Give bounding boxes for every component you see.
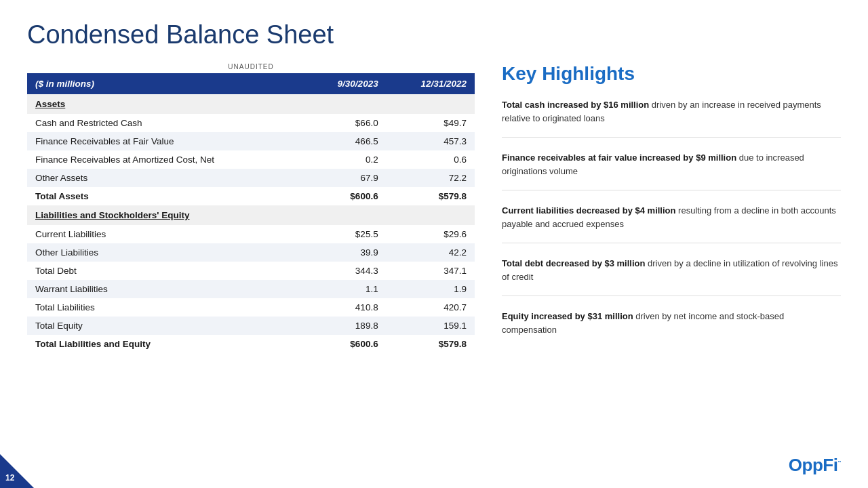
row-label: Other Assets	[27, 169, 305, 187]
highlight-item: Equity increased by $31 million driven b…	[502, 310, 841, 348]
highlight-bold: Finance receivables at fair value increa…	[502, 152, 736, 163]
table-row: Current Liabilities$25.5$29.6	[27, 225, 475, 243]
row-col2: 159.1	[387, 317, 475, 335]
table-row: Finance Receivables at Fair Value466.545…	[27, 132, 475, 150]
row-label: Total Debt	[27, 262, 305, 280]
row-col2: 1.9	[387, 280, 475, 298]
row-label: Warrant Liabilities	[27, 280, 305, 298]
left-panel: UNAUDITED ($ in millions) 9/30/2023 12/3…	[27, 63, 475, 474]
table-row: Total Assets$600.6$579.8	[27, 187, 475, 205]
row-col2: $579.8	[387, 187, 475, 205]
row-label: Total Liabilities	[27, 298, 305, 317]
section-name: Assets	[27, 94, 475, 114]
logo-text: OppFi	[789, 455, 838, 475]
highlight-item: Total cash increased by $16 million driv…	[502, 98, 841, 138]
header-col1: 9/30/2023	[305, 73, 387, 94]
header-col2: 12/31/2022	[387, 73, 475, 94]
table-row: Total Liabilities410.8420.7	[27, 298, 475, 317]
row-label: Finance Receivables at Amortized Cost, N…	[27, 150, 305, 169]
section-name: Liabilities and Stockholders' Equity	[27, 205, 475, 225]
row-col1: 0.2	[305, 150, 387, 169]
table-row: Finance Receivables at Amortized Cost, N…	[27, 150, 475, 169]
highlight-bold: Equity increased by $31 million	[502, 311, 633, 321]
row-col2: 347.1	[387, 262, 475, 280]
section-header-row: Assets	[27, 94, 475, 114]
row-label: Total Equity	[27, 317, 305, 335]
page-number-text: 12	[5, 473, 14, 483]
row-col2: $29.6	[387, 225, 475, 243]
row-col1: 67.9	[305, 169, 387, 187]
highlight-item: Finance receivables at fair value increa…	[502, 151, 841, 190]
row-col1: $25.5	[305, 225, 387, 243]
row-label: Finance Receivables at Fair Value	[27, 132, 305, 150]
row-label: Current Liabilities	[27, 225, 305, 243]
row-col1: 39.9	[305, 243, 387, 262]
row-col2: 457.3	[387, 132, 475, 150]
content-area: UNAUDITED ($ in millions) 9/30/2023 12/3…	[27, 63, 841, 474]
highlight-bold: Total debt decreased by $3 million	[502, 258, 645, 268]
row-col1: 1.1	[305, 280, 387, 298]
row-col2: 0.6	[387, 150, 475, 169]
table-row: Total Debt344.3347.1	[27, 262, 475, 280]
right-panel: Key Highlights Total cash increased by $…	[495, 63, 841, 474]
highlight-item: Current liabilities decreased by $4 mill…	[502, 204, 841, 243]
highlight-bold: Total cash increased by $16 million	[502, 100, 649, 110]
row-col2: $579.8	[387, 335, 475, 353]
page-container: Condensed Balance Sheet UNAUDITED ($ in …	[0, 0, 868, 488]
oppfi-logo: OppFi··	[789, 455, 841, 476]
row-col1: 189.8	[305, 317, 387, 335]
row-col2: 42.2	[387, 243, 475, 262]
logo-dots: ··	[837, 458, 841, 466]
row-col2: 72.2	[387, 169, 475, 187]
row-col1: $66.0	[305, 114, 387, 132]
balance-table: ($ in millions) 9/30/2023 12/31/2022 Ass…	[27, 73, 475, 353]
row-label: Cash and Restricted Cash	[27, 114, 305, 132]
row-label: Other Liabilities	[27, 243, 305, 262]
table-row: Cash and Restricted Cash$66.0$49.7	[27, 114, 475, 132]
row-label: Total Assets	[27, 187, 305, 205]
row-col1: $600.6	[305, 335, 387, 353]
row-col2: $49.7	[387, 114, 475, 132]
row-col1: 410.8	[305, 298, 387, 317]
header-label: ($ in millions)	[27, 73, 305, 94]
table-row: Total Liabilities and Equity$600.6$579.8	[27, 335, 475, 353]
row-col2: 420.7	[387, 298, 475, 317]
highlight-bold: Current liabilities decreased by $4 mill…	[502, 205, 675, 216]
row-col1: 466.5	[305, 132, 387, 150]
table-row: Total Equity189.8159.1	[27, 317, 475, 335]
table-row: Warrant Liabilities1.11.9	[27, 280, 475, 298]
table-row: Other Liabilities39.942.2	[27, 243, 475, 262]
row-col1: 344.3	[305, 262, 387, 280]
section-header-row: Liabilities and Stockholders' Equity	[27, 205, 475, 225]
page-title: Condensed Balance Sheet	[27, 20, 841, 49]
row-label: Total Liabilities and Equity	[27, 335, 305, 353]
highlight-item: Total debt decreased by $3 million drive…	[502, 257, 841, 296]
key-highlights-title: Key Highlights	[502, 63, 841, 85]
row-col1: $600.6	[305, 187, 387, 205]
table-header-row: ($ in millions) 9/30/2023 12/31/2022	[27, 73, 475, 94]
unaudited-label: UNAUDITED	[27, 63, 475, 70]
highlights-container: Total cash increased by $16 million driv…	[502, 98, 841, 348]
table-row: Other Assets67.972.2	[27, 169, 475, 187]
